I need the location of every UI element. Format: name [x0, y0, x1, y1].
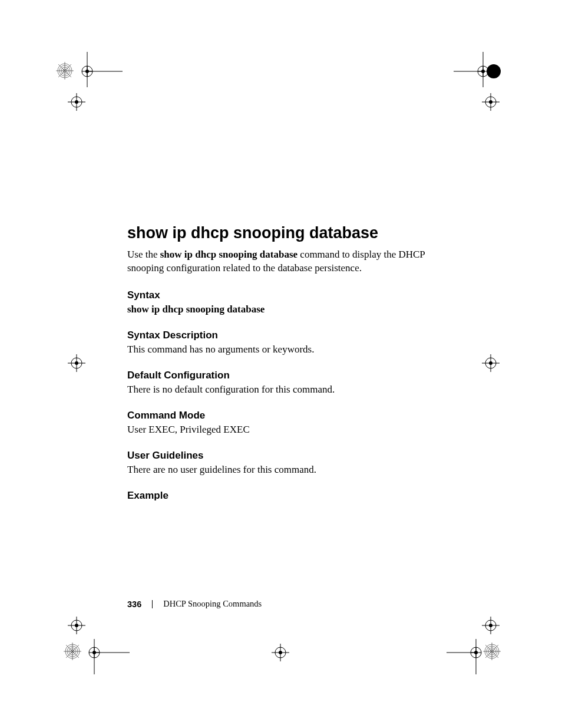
svg-point-24 — [487, 64, 501, 78]
svg-point-76 — [279, 651, 282, 654]
svg-point-28 — [489, 100, 492, 104]
crop-mark-icon — [482, 93, 500, 111]
page-footer: 336 DHCP Snooping Commands — [127, 599, 434, 609]
heading-example: Example — [127, 490, 434, 502]
crop-mark-icon — [68, 93, 85, 111]
command-title: show ip dhcp snooping database — [127, 224, 434, 242]
crop-mark-icon — [483, 643, 501, 660]
crop-mark-icon — [68, 354, 85, 372]
crop-mark-icon — [486, 64, 501, 79]
svg-point-40 — [75, 624, 78, 627]
intro-paragraph: Use the show ip dhcp snooping database c… — [127, 248, 434, 275]
page-number: 336 — [127, 599, 141, 609]
heading-syntax: Syntax — [127, 289, 434, 301]
footer-section-name: DHCP Snooping Commands — [163, 599, 262, 609]
body-command-mode: User EXEC, Privileged EXEC — [127, 424, 434, 436]
crop-mark-icon — [272, 644, 289, 661]
crop-mark-icon — [482, 617, 500, 634]
syntax-line: show ip dhcp snooping database — [127, 304, 434, 315]
body-default-configuration: There is no default configuration for th… — [127, 384, 434, 396]
body-syntax-description: This command has no arguments or keyword… — [127, 344, 434, 355]
crop-mark-icon — [56, 62, 74, 80]
intro-command-name: show ip dhcp snooping database — [160, 249, 297, 260]
crop-mark-icon — [68, 617, 85, 634]
footer-divider — [152, 600, 153, 608]
svg-point-32 — [75, 361, 78, 365]
heading-command-mode: Command Mode — [127, 410, 434, 421]
svg-point-64 — [474, 651, 478, 654]
content-area: show ip dhcp snooping database Use the s… — [127, 224, 434, 504]
svg-point-36 — [489, 361, 492, 365]
heading-user-guidelines: User Guidelines — [127, 450, 434, 462]
heading-syntax-description: Syntax Description — [127, 330, 434, 341]
body-user-guidelines: There are no user guidelines for this co… — [127, 464, 434, 476]
svg-point-54 — [92, 651, 96, 654]
crop-mark-icon — [482, 354, 500, 372]
page-container: show ip dhcp snooping database Use the s… — [0, 0, 562, 728]
crop-mark-icon — [81, 52, 123, 93]
crop-mark-icon — [447, 633, 488, 674]
svg-point-17 — [75, 100, 78, 104]
heading-default-configuration: Default Configuration — [127, 370, 434, 381]
svg-point-23 — [481, 70, 485, 73]
svg-point-13 — [85, 70, 89, 73]
intro-prefix: Use the — [127, 249, 160, 260]
svg-point-58 — [489, 624, 492, 627]
crop-mark-icon — [88, 633, 130, 674]
crop-mark-icon — [64, 643, 81, 660]
